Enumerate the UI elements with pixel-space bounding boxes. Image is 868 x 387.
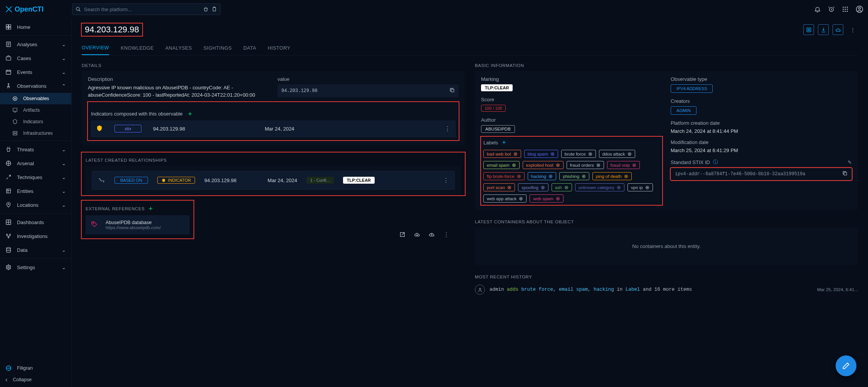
remove-label-icon[interactable]: ⊗ [627, 151, 632, 156]
search-input[interactable] [84, 7, 200, 12]
rel-confidence: 1 - Confi... [306, 177, 334, 184]
remove-label-icon[interactable]: ⊗ [582, 174, 586, 179]
sidebar-threats[interactable]: Threats⌄ [0, 142, 71, 156]
sidebar-observables[interactable]: Observables [0, 93, 71, 104]
workbench-icon[interactable] [203, 7, 209, 12]
cloud-down-icon[interactable] [414, 231, 420, 238]
open-icon[interactable] [399, 231, 405, 238]
copy-icon[interactable] [842, 171, 848, 178]
more-icon[interactable]: ⋮ [847, 24, 858, 35]
download-icon[interactable] [818, 24, 829, 35]
remove-label-icon[interactable]: ⊗ [517, 174, 521, 179]
row-more-icon[interactable]: ⋮ [443, 177, 449, 184]
remove-label-icon[interactable]: ⊗ [596, 163, 601, 168]
label-tag[interactable]: ddos attack⊗ [599, 150, 635, 158]
tab-sightings[interactable]: SIGHTINGS [204, 41, 232, 55]
sidebar-cases[interactable]: Cases⌄ [0, 51, 71, 65]
label-tag[interactable]: fraud voip⊗ [607, 161, 640, 169]
tab-data[interactable]: DATA [243, 41, 256, 55]
remove-label-icon[interactable]: ⊗ [550, 151, 555, 156]
sidebar-techniques[interactable]: Techniques⌄ [0, 170, 71, 184]
containers-heading: LATEST CONTAINERS ABOUT THE OBJECT [475, 219, 858, 224]
enrich-icon[interactable] [803, 24, 814, 35]
remove-label-icon[interactable]: ⊗ [507, 185, 511, 190]
label-tag[interactable]: bad web bot⊗ [483, 150, 521, 158]
sidebar-filigran[interactable]: Filigran [0, 362, 71, 374]
label-tag[interactable]: web spam⊗ [530, 194, 563, 203]
remove-label-icon[interactable]: ⊗ [513, 151, 518, 156]
tab-overview[interactable]: OVERVIEW [82, 41, 109, 55]
alarm-icon[interactable] [828, 6, 835, 13]
remove-label-icon[interactable]: ⊗ [556, 163, 560, 168]
edit-icon[interactable]: ✎ [848, 159, 852, 165]
svg-rect-26 [13, 134, 17, 135]
label-tag[interactable]: exploited host⊗ [523, 161, 564, 169]
tab-knowledge[interactable]: KNOWLEDGE [121, 41, 154, 55]
add-label-button[interactable]: + [502, 139, 506, 146]
remove-label-icon[interactable]: ⊗ [564, 185, 569, 190]
sidebar-data[interactable]: Data⌄ [0, 243, 71, 257]
label-tag[interactable]: phishing⊗ [559, 172, 589, 180]
remove-label-icon[interactable]: ⊗ [624, 174, 628, 179]
tab-analyses[interactable]: ANALYSES [165, 41, 192, 55]
label-tag[interactable]: ftp brute-force⊗ [483, 172, 525, 180]
sidebar-infrastructures[interactable]: Infrastructures [0, 127, 71, 139]
remove-label-icon[interactable]: ⊗ [548, 174, 553, 179]
apps-icon[interactable] [842, 6, 849, 13]
label-tag[interactable]: unknown category⊗ [575, 183, 624, 191]
remove-label-icon[interactable]: ⊗ [617, 185, 621, 190]
sidebar-arsenal[interactable]: Arsenal⌄ [0, 156, 71, 170]
sidebar-events[interactable]: Events⌄ [0, 65, 71, 79]
label-tag[interactable]: blog spam⊗ [524, 150, 558, 158]
ext-ref-row[interactable]: AbuseIPDB database https://www.abuseipdb… [86, 215, 190, 235]
row-more-icon[interactable]: ⋮ [444, 125, 451, 132]
cloud-icon[interactable] [833, 24, 843, 35]
remove-label-icon[interactable]: ⊗ [632, 163, 636, 168]
account-icon[interactable] [856, 5, 863, 13]
info-icon[interactable]: ⓘ [713, 159, 718, 166]
label-tag[interactable]: web app attack⊗ [483, 194, 527, 203]
sidebar-investigations[interactable]: Investigations [0, 229, 71, 243]
sidebar-locations[interactable]: Locations⌄ [0, 198, 71, 212]
paste-icon[interactable] [212, 7, 217, 12]
sidebar-settings[interactable]: Settings⌄ [0, 260, 71, 274]
sidebar-entities[interactable]: Entities⌄ [0, 184, 71, 198]
indicator-row[interactable]: stix 94.203.129.98 Mar 24, 2024 ⋮ [91, 121, 456, 137]
label-tag[interactable]: spoofing⊗ [518, 183, 548, 191]
app-logo[interactable]: OpenCTI [5, 5, 72, 13]
add-ext-ref-button[interactable]: + [148, 205, 153, 212]
sidebar-analyses[interactable]: Analyses⌄ [0, 37, 71, 51]
label-tag[interactable]: ping of death⊗ [592, 172, 632, 180]
notifications-icon[interactable] [814, 6, 821, 13]
search-box[interactable] [72, 3, 220, 15]
remove-label-icon[interactable]: ⊗ [512, 163, 516, 168]
row-more-icon[interactable]: ⋮ [443, 231, 449, 238]
remove-label-icon[interactable]: ⊗ [556, 196, 560, 201]
obstype-chip: IPV4 ADDRESS [671, 84, 713, 93]
label-tag[interactable]: ssh⊗ [552, 183, 572, 191]
remove-label-icon[interactable]: ⊗ [519, 196, 523, 201]
label-tag[interactable]: hacking⊗ [528, 172, 557, 180]
label-tag[interactable]: port scan⊗ [483, 183, 515, 191]
sidebar-observations[interactable]: Observations⌃ [0, 79, 71, 93]
add-indicator-button[interactable]: + [188, 111, 192, 117]
tab-history[interactable]: HISTORY [268, 41, 291, 55]
label-tag[interactable]: brute force⊗ [561, 150, 596, 158]
sidebar-home[interactable]: Home [0, 20, 71, 34]
edit-fab[interactable] [836, 355, 856, 376]
label-tag[interactable]: email spam⊗ [483, 161, 520, 169]
creators-chip[interactable]: ADMIN [671, 106, 696, 115]
sidebar-collapse[interactable]: ‹Collapse [0, 374, 71, 385]
label-tag[interactable]: fraud orders⊗ [567, 161, 604, 169]
cloud-up-icon[interactable] [429, 231, 435, 238]
remove-label-icon[interactable]: ⊗ [588, 151, 592, 156]
remove-label-icon[interactable]: ⊗ [645, 185, 649, 190]
author-chip[interactable]: ABUSEIPDB [481, 125, 515, 133]
sidebar-indicators[interactable]: Indicators [0, 116, 71, 127]
sidebar-dashboards[interactable]: Dashboards [0, 215, 71, 229]
sidebar-artifacts[interactable]: Artifacts [0, 104, 71, 116]
remove-label-icon[interactable]: ⊗ [541, 185, 545, 190]
label-tag[interactable]: vpn ip⊗ [627, 183, 653, 191]
copy-icon[interactable] [449, 87, 455, 94]
relationship-row[interactable]: BASED ON INDICATOR 94.203.129.98 Mar 24,… [92, 171, 455, 190]
